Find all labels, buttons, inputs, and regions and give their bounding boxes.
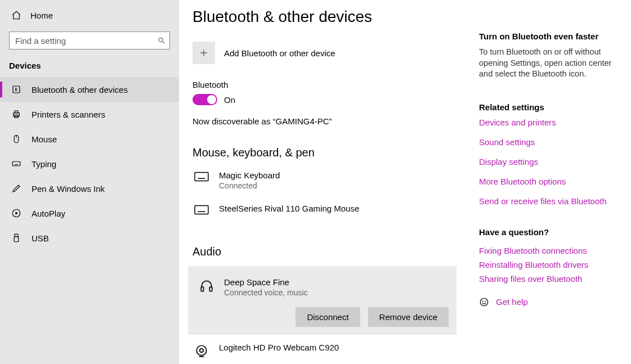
link-sound-settings[interactable]: Sound settings: [479, 137, 617, 147]
discoverable-text: Now discoverable as “GAMING4-PC”: [193, 116, 457, 126]
svg-rect-17: [14, 237, 19, 242]
home-label: Home: [30, 11, 53, 20]
section-heading-mkp: Mouse, keyboard, & pen: [193, 146, 457, 159]
add-device-label: Add Bluetooth or other device: [224, 48, 335, 58]
device-status: Connected voice, music: [224, 288, 308, 297]
device-row[interactable]: Magic Keyboard Connected: [193, 167, 457, 200]
get-help-label: Get help: [496, 297, 528, 307]
page-title: Bluetooth & other devices: [193, 8, 457, 26]
sidebar-item-typing[interactable]: Typing: [0, 151, 179, 176]
sidebar-item-label: Printers & scanners: [32, 110, 105, 119]
device-row[interactable]: Logitech HD Pro Webcam C920: [193, 339, 457, 364]
sidebar-item-label: USB: [32, 233, 49, 243]
sidebar-item-usb[interactable]: USB: [0, 226, 179, 250]
bluetooth-toggle[interactable]: [193, 94, 217, 105]
sidebar-item-label: Mouse: [32, 134, 57, 144]
sidebar-item-mouse[interactable]: Mouse: [0, 127, 179, 151]
link-devices-printers[interactable]: Devices and printers: [479, 118, 617, 127]
tip-heading: Turn on Bluetooth even faster: [479, 32, 617, 41]
svg-point-39: [200, 349, 204, 353]
sidebar-group-heading: Devices: [0, 57, 179, 77]
mouse-icon: [11, 134, 21, 144]
add-device-button[interactable]: Add Bluetooth or other device: [193, 42, 457, 64]
search-input[interactable]: [9, 32, 170, 50]
link-sharing-bt[interactable]: Sharing files over Bluetooth: [479, 274, 617, 284]
svg-point-38: [196, 345, 206, 355]
sidebar-item-pen[interactable]: Pen & Windows Ink: [0, 176, 179, 201]
device-name: Magic Keyboard: [219, 170, 280, 180]
get-help-link[interactable]: Get help: [479, 297, 617, 307]
svg-rect-37: [209, 287, 212, 291]
svg-point-41: [482, 301, 483, 302]
search-icon: [158, 37, 165, 44]
svg-rect-8: [12, 161, 20, 166]
question-heading: Have a question?: [479, 227, 617, 237]
svg-point-42: [485, 301, 486, 302]
bluetooth-label: Bluetooth: [193, 80, 457, 89]
device-row[interactable]: SteelSeries Rival 110 Gaming Mouse: [193, 200, 457, 230]
home-icon: [11, 10, 21, 20]
headphones-icon: [199, 278, 214, 293]
link-fixing-bt[interactable]: Fixing Bluetooth connections: [479, 246, 617, 255]
link-reinstall-bt[interactable]: Reinstalling Bluetooth drivers: [479, 260, 617, 269]
bluetooth-icon: [11, 84, 21, 95]
plus-icon: [193, 42, 215, 64]
related-heading: Related settings: [479, 102, 617, 112]
svg-point-0: [159, 38, 163, 42]
right-rail: Turn on Bluetooth even faster To turn Bl…: [479, 8, 617, 364]
help-icon: [479, 297, 489, 307]
svg-marker-15: [16, 212, 19, 215]
svg-point-40: [480, 298, 488, 306]
content: Bluetooth & other devices Add Bluetooth …: [193, 8, 479, 364]
bluetooth-state: On: [224, 95, 235, 105]
main: Bluetooth & other devices Add Bluetooth …: [179, 0, 631, 364]
device-name: Deep Space Fine: [224, 277, 308, 287]
remove-device-button[interactable]: Remove device: [368, 307, 449, 327]
svg-rect-2: [13, 86, 20, 93]
link-display-settings[interactable]: Display settings: [479, 157, 617, 167]
home-link[interactable]: Home: [0, 6, 179, 25]
autoplay-icon: [11, 208, 21, 218]
keyboard-icon: [194, 172, 209, 186]
webcam-icon: [194, 344, 209, 358]
printer-icon: [11, 109, 21, 119]
disconnect-button[interactable]: Disconnect: [296, 307, 360, 327]
usb-icon: [11, 233, 21, 243]
svg-line-1: [163, 42, 165, 44]
svg-rect-16: [15, 234, 18, 237]
sidebar-item-bluetooth[interactable]: Bluetooth & other devices: [0, 77, 179, 102]
sidebar: Home Devices Bluetooth & other devices P…: [0, 0, 179, 364]
sidebar-item-label: Typing: [32, 159, 56, 169]
device-name: Logitech HD Pro Webcam C920: [219, 343, 339, 352]
svg-rect-20: [195, 172, 208, 181]
device-status: Connected: [219, 181, 280, 190]
keyboard-icon: [11, 159, 21, 169]
sidebar-item-autoplay[interactable]: AutoPlay: [0, 201, 179, 226]
link-send-receive-bt[interactable]: Send or receive files via Bluetooth: [479, 196, 617, 206]
sidebar-item-printers[interactable]: Printers & scanners: [0, 102, 179, 127]
svg-rect-36: [201, 287, 203, 291]
section-heading-audio: Audio: [193, 245, 457, 258]
device-selected[interactable]: Deep Space Fine Connected voice, music D…: [188, 266, 457, 335]
tip-body: To turn Bluetooth on or off without open…: [479, 47, 617, 80]
svg-rect-3: [14, 113, 20, 116]
pen-icon: [11, 183, 21, 194]
svg-rect-28: [195, 205, 208, 214]
sidebar-item-label: AutoPlay: [32, 209, 65, 218]
sidebar-item-label: Pen & Windows Ink: [32, 184, 105, 194]
keyboard-icon: [194, 205, 209, 219]
link-more-bluetooth[interactable]: More Bluetooth options: [479, 177, 617, 186]
search-container: [9, 32, 170, 50]
device-name: SteelSeries Rival 110 Gaming Mouse: [219, 204, 359, 213]
svg-rect-4: [15, 111, 18, 113]
sidebar-item-label: Bluetooth & other devices: [32, 85, 128, 95]
